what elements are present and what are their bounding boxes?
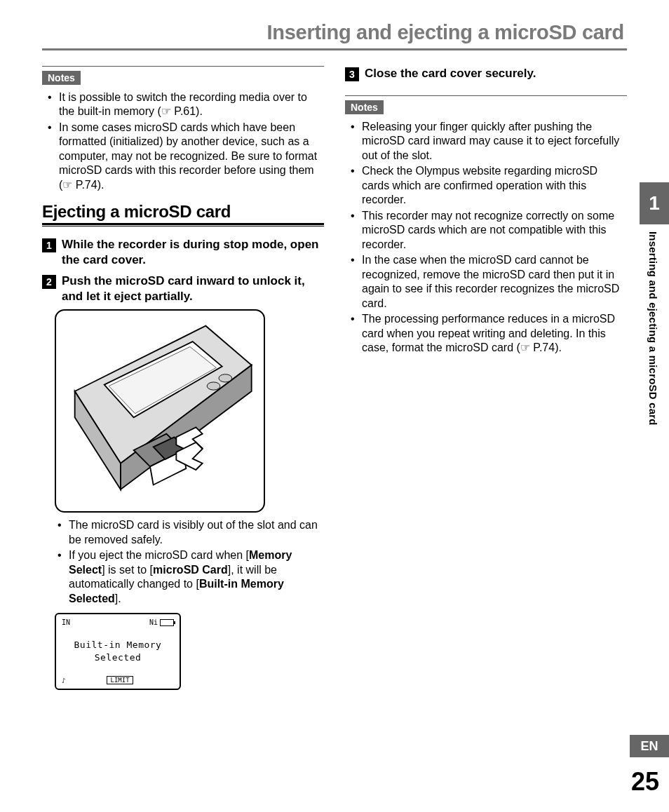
- step-number-badge: 1: [42, 238, 56, 252]
- lcd-top-row: IN Ni: [62, 618, 174, 626]
- lcd-top-right-label: Ni: [149, 618, 158, 626]
- lcd-bottom-left: ♪: [62, 677, 66, 684]
- svg-point-5: [219, 374, 232, 382]
- device-illustration: [55, 309, 265, 513]
- step-text: Close the card cover securely.: [365, 66, 536, 81]
- svg-point-6: [207, 382, 220, 390]
- note-item: In the case when the microSD card cannot…: [348, 253, 627, 311]
- notes-label: Notes: [345, 100, 384, 114]
- lcd-line1: Built-in Memory: [62, 639, 174, 651]
- lcd-limit-badge: LIMIT: [107, 676, 133, 684]
- notes-top-rule: [42, 66, 324, 67]
- note-text: Check the Olympus website regarding micr…: [362, 165, 597, 205]
- note-text: This recorder may not recognize correctl…: [362, 210, 614, 250]
- list-item: The microSD card is visibly out of the s…: [55, 518, 324, 547]
- step-number-badge: 3: [345, 67, 359, 81]
- notes-label: Notes: [42, 71, 81, 85]
- note-text: It is possible to switch the recording m…: [59, 91, 307, 117]
- language-code: EN: [640, 739, 658, 754]
- note-item: In some cases microSD cards which have b…: [45, 121, 324, 192]
- list-item: If you eject the microSD card when [Memo…: [55, 548, 324, 606]
- page-number: 25: [631, 767, 659, 797]
- step-text: Push the microSD card inward to unlock i…: [62, 273, 324, 304]
- title-rule: [42, 48, 627, 50]
- right-column: 3 Close the card cover securely. Notes R…: [345, 66, 627, 696]
- step-text: While the recorder is during stop mode, …: [62, 237, 324, 268]
- lcd-message: Built-in Memory Selected: [62, 639, 174, 663]
- note-text: Releasing your finger quickly after push…: [362, 121, 619, 161]
- device-svg: [62, 316, 258, 506]
- notes-top-rule: [345, 95, 627, 96]
- notes-list-left: It is possible to switch the recording m…: [42, 90, 324, 192]
- note-item: Releasing your finger quickly after push…: [348, 120, 627, 163]
- left-column: Notes It is possible to switch the recor…: [42, 66, 324, 696]
- notes-list-right: Releasing your finger quickly after push…: [345, 120, 627, 356]
- lcd-top-left: IN: [62, 618, 70, 626]
- battery-icon: [160, 619, 174, 626]
- note-text: In the case when the microSD card cannot…: [362, 254, 619, 309]
- note-text: In some cases microSD cards which have b…: [59, 121, 317, 191]
- chapter-side-label: Inserting and ejecting a microSD card: [647, 231, 659, 426]
- step-2: 2 Push the microSD card inward to unlock…: [42, 273, 324, 304]
- step-1: 1 While the recorder is during stop mode…: [42, 237, 324, 268]
- lcd-bottom-row: ♪ LIMIT: [62, 676, 174, 684]
- manual-page: Inserting and ejecting a microSD card No…: [0, 0, 669, 812]
- list-text: The microSD card is visibly out of the s…: [69, 519, 318, 545]
- list-text: If you eject the microSD card when [Memo…: [69, 549, 292, 604]
- page-title: Inserting and ejecting a microSD card: [42, 21, 627, 44]
- lcd-line2: Selected: [62, 651, 174, 664]
- step-3: 3 Close the card cover securely.: [345, 66, 627, 81]
- note-item: It is possible to switch the recording m…: [45, 90, 324, 119]
- section-rule: [42, 223, 324, 227]
- note-text: The processing performance reduces in a …: [362, 313, 615, 353]
- post-illustration-list: The microSD card is visibly out of the s…: [42, 518, 324, 606]
- chapter-tab: 1: [640, 182, 669, 224]
- language-badge: EN: [630, 735, 669, 757]
- columns: Notes It is possible to switch the recor…: [42, 66, 627, 696]
- note-item: The processing performance reduces in a …: [348, 312, 627, 355]
- step-number-badge: 2: [42, 275, 56, 289]
- note-item: This recorder may not recognize correctl…: [348, 209, 627, 252]
- chapter-number: 1: [649, 192, 660, 215]
- note-item: Check the Olympus website regarding micr…: [348, 164, 627, 207]
- section-heading: Ejecting a microSD card: [42, 202, 324, 222]
- lcd-screen-illustration: IN Ni Built-in Memory Selected ♪ LIMIT: [55, 613, 181, 690]
